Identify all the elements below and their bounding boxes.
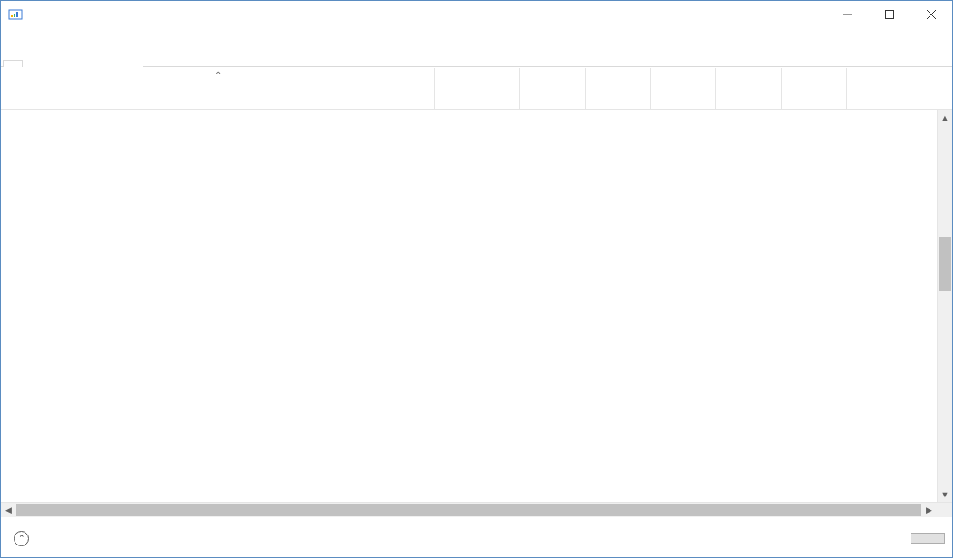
col-status[interactable] xyxy=(435,68,520,109)
col-cpu[interactable] xyxy=(520,68,586,109)
tab-startup[interactable] xyxy=(63,60,83,67)
hscroll-thumb[interactable] xyxy=(16,504,921,516)
scroll-down-icon[interactable]: ▼ xyxy=(938,486,952,502)
tab-app-history[interactable] xyxy=(43,60,63,67)
svg-rect-3 xyxy=(16,12,18,17)
col-gpu-engine[interactable] xyxy=(847,68,938,109)
app-icon xyxy=(8,7,23,22)
end-task-button[interactable] xyxy=(911,533,945,544)
rows-viewport: ▲ ▼ ◀ ▶ xyxy=(1,110,952,517)
tab-details[interactable] xyxy=(103,60,123,67)
col-name[interactable]: ⌃ xyxy=(1,68,435,109)
scroll-right-icon[interactable]: ▶ xyxy=(921,503,937,517)
process-list: ⌃ ▲ ▼ ◀ ▶ xyxy=(1,68,952,517)
svg-rect-1 xyxy=(11,15,13,17)
horizontal-scrollbar[interactable]: ◀ ▶ xyxy=(1,502,952,517)
col-memory[interactable] xyxy=(586,68,651,109)
fewer-details-button[interactable]: ⌃ xyxy=(8,527,40,550)
menu-view[interactable] xyxy=(44,35,59,39)
titlebar[interactable] xyxy=(1,1,952,28)
menubar xyxy=(1,28,952,46)
tab-users[interactable] xyxy=(83,60,103,67)
svg-rect-2 xyxy=(14,14,15,17)
menu-options[interactable] xyxy=(26,35,41,39)
vertical-scrollbar[interactable]: ▲ ▼ xyxy=(937,110,952,502)
maximize-button[interactable] xyxy=(869,1,911,28)
scroll-left-icon[interactable]: ◀ xyxy=(1,503,16,517)
scroll-up-icon[interactable]: ▲ xyxy=(938,110,952,125)
tab-processes[interactable] xyxy=(3,60,23,67)
tab-services[interactable] xyxy=(123,60,143,67)
task-manager-window: ⌃ ▲ ▼ ◀ ▶ xyxy=(0,0,953,558)
col-gpu[interactable] xyxy=(782,68,847,109)
sort-indicator-icon: ⌃ xyxy=(8,72,427,79)
col-disk[interactable] xyxy=(651,68,716,109)
svg-rect-5 xyxy=(886,11,894,19)
tabbar xyxy=(1,46,952,67)
tab-performance[interactable] xyxy=(23,60,43,67)
chevron-up-icon: ⌃ xyxy=(14,531,29,546)
column-headers: ⌃ xyxy=(1,68,952,110)
minimize-button[interactable] xyxy=(827,1,869,28)
scroll-thumb[interactable] xyxy=(939,237,951,291)
menu-file[interactable] xyxy=(8,35,23,39)
close-button[interactable] xyxy=(911,1,952,28)
col-network[interactable] xyxy=(716,68,782,109)
footer: ⌃ xyxy=(8,525,945,552)
